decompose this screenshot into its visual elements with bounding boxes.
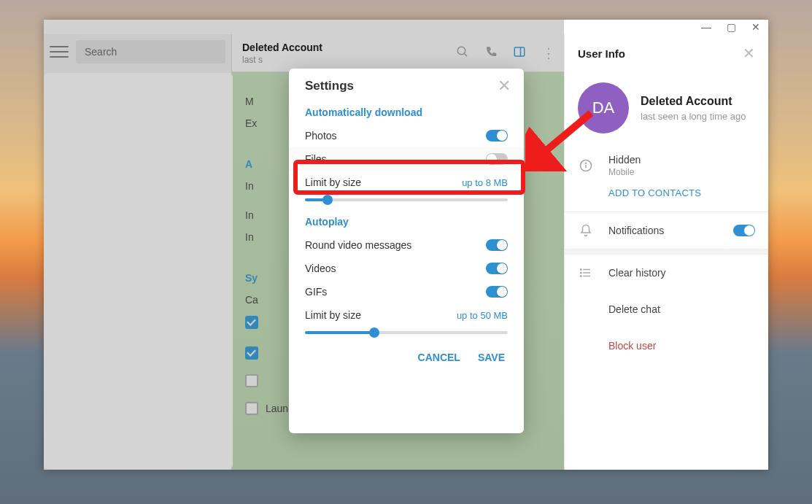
call-icon[interactable] — [485, 46, 497, 61]
notifications-toggle[interactable] — [733, 225, 755, 236]
save-button[interactable]: SAVE — [478, 352, 505, 363]
svg-point-11 — [581, 272, 582, 274]
files-toggle[interactable] — [486, 153, 508, 165]
videos-label: Videos — [305, 263, 336, 274]
svg-point-12 — [581, 276, 582, 277]
sidebar-toggle-icon[interactable] — [513, 45, 526, 61]
gifs-toggle[interactable] — [486, 286, 508, 298]
svg-point-10 — [581, 269, 582, 271]
checkbox[interactable] — [245, 402, 258, 415]
photos-toggle[interactable] — [486, 130, 508, 141]
videos-toggle[interactable] — [486, 263, 508, 274]
list-icon — [578, 265, 594, 281]
modal-close-icon[interactable]: ✕ — [498, 81, 511, 91]
limit-value-2: up to 50 MB — [457, 310, 508, 321]
checkbox[interactable] — [245, 346, 258, 360]
notifications-label: Notifications — [608, 225, 664, 236]
info-icon — [578, 158, 594, 174]
svg-line-1 — [464, 53, 467, 56]
maximize-button[interactable]: ▢ — [724, 21, 738, 33]
download-size-slider[interactable] — [305, 198, 508, 201]
search-input[interactable] — [76, 40, 225, 63]
window-controls: — ▢ ✕ — [694, 20, 768, 34]
svg-rect-2 — [514, 47, 525, 56]
menu-icon[interactable] — [50, 44, 69, 59]
phone-label: Mobile — [608, 167, 641, 177]
checkbox[interactable] — [245, 316, 258, 329]
blank-panel — [44, 73, 233, 469]
svg-point-0 — [457, 47, 465, 55]
photos-label: Photos — [305, 130, 337, 141]
avatar: DA — [578, 82, 629, 133]
svg-point-6 — [586, 163, 587, 163]
cancel-button[interactable]: CANCEL — [418, 352, 460, 363]
section-auto-download: Automatically download — [289, 96, 524, 124]
window-close-button[interactable]: ✕ — [749, 21, 762, 33]
gifs-label: GIFs — [305, 286, 327, 298]
section-autoplay: Autoplay — [289, 206, 524, 233]
chat-subtitle: last s — [242, 55, 322, 65]
files-label: Files — [305, 153, 327, 165]
chat-header: Deleted Account last s ⋮ — [232, 34, 564, 72]
limit-value-1: up to 8 MB — [462, 177, 508, 188]
modal-title: Settings — [305, 79, 354, 93]
limit-label: Limit by size — [305, 177, 361, 188]
clear-history-button[interactable]: Clear history — [608, 267, 666, 279]
checkbox[interactable] — [245, 374, 258, 387]
autoplay-size-slider[interactable] — [305, 331, 508, 334]
search-icon[interactable] — [456, 45, 469, 61]
chat-title: Deleted Account — [242, 42, 322, 53]
block-user-button[interactable]: Block user — [608, 340, 656, 352]
close-icon[interactable]: ✕ — [743, 44, 755, 62]
user-name: Deleted Account — [641, 95, 746, 108]
user-info-title: User Info — [578, 47, 625, 60]
minimize-button[interactable]: — — [700, 21, 713, 33]
user-info-panel: User Info ✕ DA Deleted Account last seen… — [564, 34, 768, 470]
settings-modal: Settings ✕ Automatically download Photos… — [289, 69, 524, 433]
delete-chat-button[interactable]: Delete chat — [608, 303, 660, 315]
limit-label-2: Limit by size — [305, 309, 361, 321]
round-video-toggle[interactable] — [486, 239, 508, 251]
add-to-contacts-button[interactable]: ADD TO CONTACTS — [565, 182, 768, 212]
bell-icon — [578, 222, 594, 239]
round-video-label: Round video messages — [305, 239, 411, 251]
phone-hidden: Hidden — [608, 154, 641, 166]
last-seen: last seen a long time ago — [641, 111, 746, 122]
more-icon[interactable]: ⋮ — [542, 45, 554, 61]
